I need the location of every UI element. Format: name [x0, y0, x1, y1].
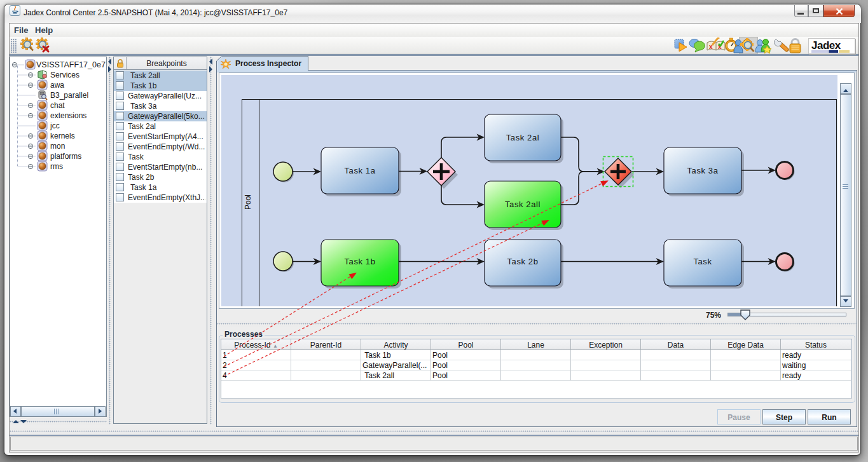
svg-text:Task 1a: Task 1a [344, 166, 375, 175]
svg-text:Task 2al: Task 2al [506, 133, 540, 142]
svg-text:Task 3a: Task 3a [687, 166, 718, 175]
svg-text:Pool: Pool [244, 194, 252, 210]
svg-text:Task: Task [693, 257, 712, 266]
svg-text:Task 1b: Task 1b [344, 257, 375, 266]
svg-text:Task 2b: Task 2b [507, 257, 538, 266]
svg-text:Task 2all: Task 2all [505, 200, 541, 209]
